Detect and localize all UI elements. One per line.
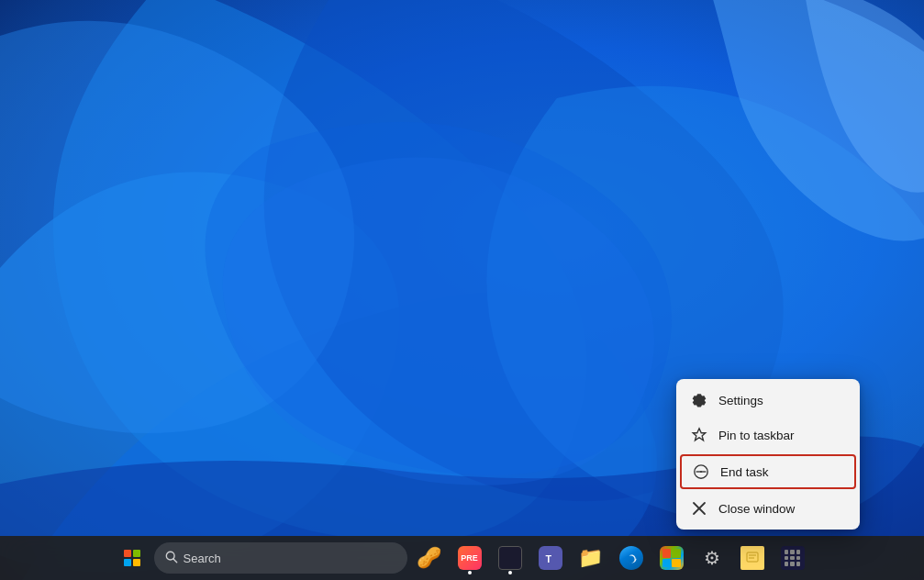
teams-icon: T — [539, 546, 562, 570]
search-bar[interactable]: Search — [154, 542, 407, 574]
start-button[interactable] — [114, 540, 150, 576]
edge-icon — [619, 546, 643, 570]
pin-icon — [691, 427, 707, 443]
file-explorer-app[interactable]: 📁 — [573, 540, 609, 576]
pre-app[interactable]: PRE — [451, 540, 488, 576]
settings-icon: ⚙ — [704, 547, 720, 569]
close-x-icon — [691, 500, 707, 517]
desktop: Settings Pin to taskbar End task — [0, 0, 924, 580]
settings-gear-icon — [691, 392, 707, 408]
ms-store-app[interactable] — [653, 540, 690, 576]
windows-logo-icon — [124, 550, 140, 566]
menu-item-settings[interactable]: Settings — [676, 383, 860, 418]
menu-item-pin-taskbar[interactable]: Pin to taskbar — [676, 418, 860, 452]
calculator-app[interactable] — [774, 540, 811, 576]
svg-text:T: T — [545, 553, 551, 564]
search-label: Search — [184, 552, 221, 565]
menu-item-close-window[interactable]: Close window — [676, 491, 860, 526]
sticky-notes-app[interactable] — [734, 540, 771, 576]
search-icon — [165, 551, 178, 566]
context-menu: Settings Pin to taskbar End task — [676, 379, 860, 530]
teams-app[interactable]: T — [532, 540, 569, 576]
pistachio-icon: 🥜 — [417, 546, 441, 570]
taskbar: Search 🥜 PRE T — [0, 536, 924, 580]
square-icon — [498, 546, 522, 570]
square-app[interactable] — [492, 540, 529, 576]
settings-app[interactable]: ⚙ — [694, 540, 730, 576]
end-task-icon — [693, 463, 709, 480]
end-task-label: End task — [720, 465, 769, 479]
close-window-label: Close window — [718, 502, 795, 516]
notes-icon — [740, 546, 764, 570]
menu-item-end-task[interactable]: End task — [680, 454, 856, 489]
svg-line-7 — [173, 559, 177, 563]
pistachio-app[interactable]: 🥜 — [411, 540, 448, 576]
settings-label: Settings — [718, 394, 763, 407]
pre-icon: PRE — [458, 546, 482, 570]
pin-taskbar-label: Pin to taskbar — [718, 429, 795, 442]
edge-app[interactable] — [613, 540, 650, 576]
svg-rect-9 — [747, 552, 758, 562]
ms-store-icon — [660, 546, 684, 570]
svg-point-3 — [700, 471, 702, 473]
calculator-icon — [781, 546, 805, 570]
folder-icon: 📁 — [578, 546, 603, 570]
